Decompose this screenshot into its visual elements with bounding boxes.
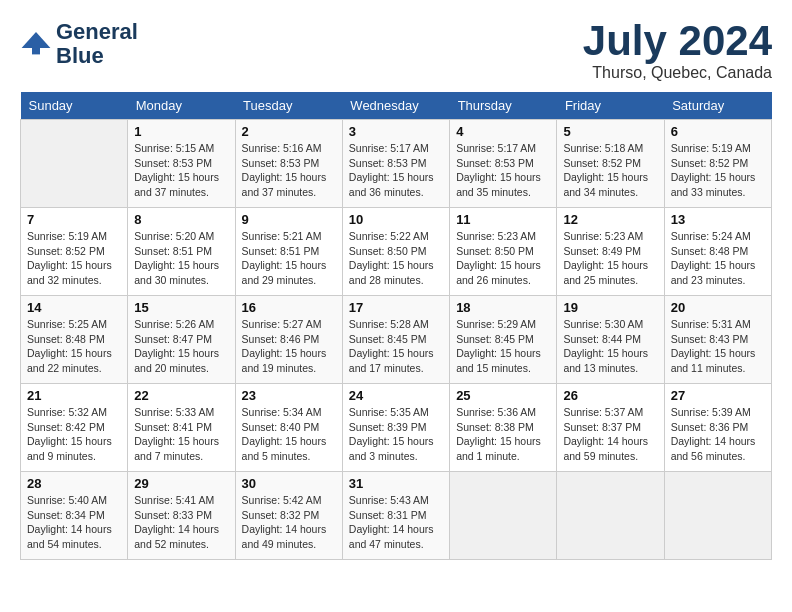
day-number: 15 [134, 300, 228, 315]
day-info: Sunrise: 5:43 AM Sunset: 8:31 PM Dayligh… [349, 493, 443, 552]
day-number: 7 [27, 212, 121, 227]
day-info: Sunrise: 5:33 AM Sunset: 8:41 PM Dayligh… [134, 405, 228, 464]
day-info: Sunrise: 5:34 AM Sunset: 8:40 PM Dayligh… [242, 405, 336, 464]
day-info: Sunrise: 5:17 AM Sunset: 8:53 PM Dayligh… [349, 141, 443, 200]
calendar-cell: 11Sunrise: 5:23 AM Sunset: 8:50 PM Dayli… [450, 208, 557, 296]
day-number: 25 [456, 388, 550, 403]
calendar-cell: 25Sunrise: 5:36 AM Sunset: 8:38 PM Dayli… [450, 384, 557, 472]
calendar-cell: 1Sunrise: 5:15 AM Sunset: 8:53 PM Daylig… [128, 120, 235, 208]
day-info: Sunrise: 5:22 AM Sunset: 8:50 PM Dayligh… [349, 229, 443, 288]
calendar-cell [21, 120, 128, 208]
day-info: Sunrise: 5:26 AM Sunset: 8:47 PM Dayligh… [134, 317, 228, 376]
calendar-cell: 30Sunrise: 5:42 AM Sunset: 8:32 PM Dayli… [235, 472, 342, 560]
day-number: 2 [242, 124, 336, 139]
day-number: 9 [242, 212, 336, 227]
calendar-cell: 19Sunrise: 5:30 AM Sunset: 8:44 PM Dayli… [557, 296, 664, 384]
calendar-cell: 9Sunrise: 5:21 AM Sunset: 8:51 PM Daylig… [235, 208, 342, 296]
calendar-cell: 7Sunrise: 5:19 AM Sunset: 8:52 PM Daylig… [21, 208, 128, 296]
day-info: Sunrise: 5:24 AM Sunset: 8:48 PM Dayligh… [671, 229, 765, 288]
day-info: Sunrise: 5:16 AM Sunset: 8:53 PM Dayligh… [242, 141, 336, 200]
calendar-cell: 29Sunrise: 5:41 AM Sunset: 8:33 PM Dayli… [128, 472, 235, 560]
calendar-cell: 27Sunrise: 5:39 AM Sunset: 8:36 PM Dayli… [664, 384, 771, 472]
day-number: 11 [456, 212, 550, 227]
day-info: Sunrise: 5:20 AM Sunset: 8:51 PM Dayligh… [134, 229, 228, 288]
calendar-cell: 21Sunrise: 5:32 AM Sunset: 8:42 PM Dayli… [21, 384, 128, 472]
calendar-cell: 26Sunrise: 5:37 AM Sunset: 8:37 PM Dayli… [557, 384, 664, 472]
day-number: 3 [349, 124, 443, 139]
day-info: Sunrise: 5:18 AM Sunset: 8:52 PM Dayligh… [563, 141, 657, 200]
column-header-thursday: Thursday [450, 92, 557, 120]
day-number: 1 [134, 124, 228, 139]
day-info: Sunrise: 5:37 AM Sunset: 8:37 PM Dayligh… [563, 405, 657, 464]
day-info: Sunrise: 5:15 AM Sunset: 8:53 PM Dayligh… [134, 141, 228, 200]
day-number: 18 [456, 300, 550, 315]
calendar-cell: 3Sunrise: 5:17 AM Sunset: 8:53 PM Daylig… [342, 120, 449, 208]
day-number: 31 [349, 476, 443, 491]
day-number: 22 [134, 388, 228, 403]
page-header: General Blue July 2024 Thurso, Quebec, C… [20, 20, 772, 82]
column-header-sunday: Sunday [21, 92, 128, 120]
day-number: 21 [27, 388, 121, 403]
svg-rect-1 [32, 48, 40, 54]
day-number: 14 [27, 300, 121, 315]
day-number: 4 [456, 124, 550, 139]
logo-icon [20, 28, 52, 60]
day-info: Sunrise: 5:23 AM Sunset: 8:50 PM Dayligh… [456, 229, 550, 288]
column-header-tuesday: Tuesday [235, 92, 342, 120]
calendar-cell: 4Sunrise: 5:17 AM Sunset: 8:53 PM Daylig… [450, 120, 557, 208]
calendar-cell: 28Sunrise: 5:40 AM Sunset: 8:34 PM Dayli… [21, 472, 128, 560]
location: Thurso, Quebec, Canada [583, 64, 772, 82]
day-number: 8 [134, 212, 228, 227]
calendar-table: SundayMondayTuesdayWednesdayThursdayFrid… [20, 92, 772, 560]
calendar-cell: 31Sunrise: 5:43 AM Sunset: 8:31 PM Dayli… [342, 472, 449, 560]
calendar-cell: 12Sunrise: 5:23 AM Sunset: 8:49 PM Dayli… [557, 208, 664, 296]
day-info: Sunrise: 5:21 AM Sunset: 8:51 PM Dayligh… [242, 229, 336, 288]
day-info: Sunrise: 5:29 AM Sunset: 8:45 PM Dayligh… [456, 317, 550, 376]
day-number: 5 [563, 124, 657, 139]
day-number: 19 [563, 300, 657, 315]
day-info: Sunrise: 5:41 AM Sunset: 8:33 PM Dayligh… [134, 493, 228, 552]
day-number: 30 [242, 476, 336, 491]
column-header-monday: Monday [128, 92, 235, 120]
calendar-cell [664, 472, 771, 560]
column-header-saturday: Saturday [664, 92, 771, 120]
day-number: 13 [671, 212, 765, 227]
calendar-cell: 10Sunrise: 5:22 AM Sunset: 8:50 PM Dayli… [342, 208, 449, 296]
day-number: 28 [27, 476, 121, 491]
calendar-cell [557, 472, 664, 560]
calendar-cell: 23Sunrise: 5:34 AM Sunset: 8:40 PM Dayli… [235, 384, 342, 472]
calendar-cell: 8Sunrise: 5:20 AM Sunset: 8:51 PM Daylig… [128, 208, 235, 296]
calendar-cell: 13Sunrise: 5:24 AM Sunset: 8:48 PM Dayli… [664, 208, 771, 296]
title-block: July 2024 Thurso, Quebec, Canada [583, 20, 772, 82]
day-info: Sunrise: 5:17 AM Sunset: 8:53 PM Dayligh… [456, 141, 550, 200]
day-number: 20 [671, 300, 765, 315]
day-info: Sunrise: 5:19 AM Sunset: 8:52 PM Dayligh… [671, 141, 765, 200]
calendar-cell [450, 472, 557, 560]
day-info: Sunrise: 5:30 AM Sunset: 8:44 PM Dayligh… [563, 317, 657, 376]
calendar-cell: 17Sunrise: 5:28 AM Sunset: 8:45 PM Dayli… [342, 296, 449, 384]
day-info: Sunrise: 5:36 AM Sunset: 8:38 PM Dayligh… [456, 405, 550, 464]
day-number: 24 [349, 388, 443, 403]
day-number: 17 [349, 300, 443, 315]
day-info: Sunrise: 5:25 AM Sunset: 8:48 PM Dayligh… [27, 317, 121, 376]
day-number: 23 [242, 388, 336, 403]
calendar-cell: 24Sunrise: 5:35 AM Sunset: 8:39 PM Dayli… [342, 384, 449, 472]
day-number: 26 [563, 388, 657, 403]
day-number: 10 [349, 212, 443, 227]
calendar-cell: 22Sunrise: 5:33 AM Sunset: 8:41 PM Dayli… [128, 384, 235, 472]
day-info: Sunrise: 5:23 AM Sunset: 8:49 PM Dayligh… [563, 229, 657, 288]
day-number: 29 [134, 476, 228, 491]
day-info: Sunrise: 5:32 AM Sunset: 8:42 PM Dayligh… [27, 405, 121, 464]
day-info: Sunrise: 5:31 AM Sunset: 8:43 PM Dayligh… [671, 317, 765, 376]
calendar-cell: 16Sunrise: 5:27 AM Sunset: 8:46 PM Dayli… [235, 296, 342, 384]
logo: General Blue [20, 20, 138, 68]
day-number: 27 [671, 388, 765, 403]
calendar-cell: 20Sunrise: 5:31 AM Sunset: 8:43 PM Dayli… [664, 296, 771, 384]
day-info: Sunrise: 5:39 AM Sunset: 8:36 PM Dayligh… [671, 405, 765, 464]
day-info: Sunrise: 5:35 AM Sunset: 8:39 PM Dayligh… [349, 405, 443, 464]
day-info: Sunrise: 5:27 AM Sunset: 8:46 PM Dayligh… [242, 317, 336, 376]
column-header-friday: Friday [557, 92, 664, 120]
calendar-cell: 6Sunrise: 5:19 AM Sunset: 8:52 PM Daylig… [664, 120, 771, 208]
calendar-cell: 14Sunrise: 5:25 AM Sunset: 8:48 PM Dayli… [21, 296, 128, 384]
calendar-cell: 18Sunrise: 5:29 AM Sunset: 8:45 PM Dayli… [450, 296, 557, 384]
